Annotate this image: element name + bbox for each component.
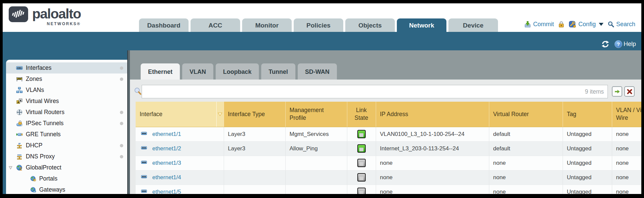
column-header-virtual-router[interactable]: Virtual Router	[489, 102, 563, 127]
help-button[interactable]: ? Help	[615, 40, 636, 48]
sidebar-item-label: IPSec Tunnels	[26, 120, 64, 127]
tab-policies[interactable]: Policies	[294, 18, 343, 32]
commit-icon	[524, 21, 531, 28]
column-header-interface[interactable]: Interface	[136, 102, 216, 127]
lock-icon	[558, 21, 564, 28]
table-row: ethernet1/4 none none Untagged none	[136, 170, 641, 185]
sidebar-item-dns-proxy[interactable]: DNS DNS Proxy	[6, 151, 127, 162]
management-profile-cell	[285, 185, 347, 194]
sidebar-item-dhcp[interactable]: IP DHCP	[6, 140, 127, 151]
interfaces-table: Interface Interface Type Management Prof…	[136, 102, 641, 194]
sidebar-item-virtual-wires[interactable]: Virtual Wires	[6, 96, 127, 107]
link-state-icon[interactable]	[357, 173, 366, 182]
link-state-icon[interactable]	[357, 159, 366, 167]
clear-filter-button[interactable]	[624, 86, 635, 97]
tab-dashboard[interactable]: Dashboard	[139, 18, 189, 32]
svg-text:IP: IP	[18, 143, 21, 145]
interface-link[interactable]: ethernet1/5	[152, 189, 181, 194]
chevron-down-icon	[599, 23, 603, 26]
sidebar-item-vlans[interactable]: VLANs	[6, 85, 127, 96]
interface-link[interactable]: ethernet1/1	[152, 131, 181, 137]
interface-link[interactable]: ethernet1/2	[152, 145, 181, 152]
column-header-tag[interactable]: Tag	[563, 102, 612, 127]
top-header: paloalto NETWORKS® Dashboard ACC Monitor…	[3, 3, 641, 32]
sort-triangle-icon	[218, 112, 222, 116]
paloalto-logo: paloalto NETWORKS®	[9, 6, 81, 26]
sidebar-item-label: GRE Tunnels	[26, 131, 61, 138]
tag-cell: Untagged	[563, 127, 612, 141]
brand-name: paloalto	[32, 6, 81, 21]
sidebar-item-interfaces[interactable]: Interfaces	[6, 62, 127, 73]
ethernet-port-icon	[140, 145, 148, 152]
tab-vlan[interactable]: VLAN	[182, 63, 213, 80]
help-label: Help	[624, 41, 636, 48]
tab-monitor[interactable]: Monitor	[242, 18, 292, 32]
sidebar-dot	[120, 111, 123, 114]
management-profile-cell: Allow_Ping	[285, 141, 347, 156]
link-state-icon[interactable]	[357, 130, 366, 138]
management-profile-cell: Mgmt_Services	[285, 127, 347, 141]
sidebar-item-portals[interactable]: Portals	[6, 173, 127, 184]
column-header-interface-type[interactable]: Interface Type	[224, 102, 285, 127]
management-profile-cell	[285, 156, 347, 170]
ethernet-port-icon	[140, 174, 148, 181]
column-header-link-state[interactable]: Link State	[347, 102, 376, 127]
green-arrow-icon	[614, 89, 620, 95]
search-button[interactable]: Search	[608, 21, 635, 28]
vlans-icon	[16, 87, 23, 93]
lock-button[interactable]	[558, 21, 564, 28]
tab-loopback[interactable]: Loopback	[216, 63, 259, 80]
brand-sub: NETWORKS®	[47, 21, 81, 26]
column-sort-button[interactable]	[216, 102, 224, 127]
management-profile-cell	[285, 170, 347, 185]
column-header-management-profile[interactable]: Management Profile	[285, 102, 347, 127]
expander-icon[interactable]	[9, 166, 12, 169]
tab-acc[interactable]: ACC	[191, 18, 240, 32]
sidebar-item-gre-tunnels[interactable]: GRE Tunnels	[6, 129, 127, 140]
sidebar-item-zones[interactable]: Zones	[6, 73, 127, 85]
link-state-icon[interactable]	[357, 144, 366, 153]
tab-objects[interactable]: Objects	[345, 18, 395, 32]
ip-address-cell: none	[376, 156, 489, 170]
tab-ethernet[interactable]: Ethernet	[141, 63, 180, 80]
sidebar-dot	[120, 144, 123, 147]
sidebar-item-globalprotect[interactable]: GlobalProtect	[6, 162, 127, 173]
interface-link[interactable]: ethernet1/3	[152, 160, 181, 166]
tab-tunnel[interactable]: Tunnel	[261, 63, 295, 80]
tab-sdwan[interactable]: SD-WAN	[298, 63, 337, 80]
interface-type-cell	[224, 156, 285, 170]
commit-button[interactable]: Commit	[524, 21, 554, 28]
ip-address-cell: VLAN0100_L3_10-1-100-254--24	[376, 127, 489, 141]
sidebar-dot	[120, 122, 123, 125]
config-menu-button[interactable]: Config	[569, 20, 603, 28]
virtual-router-cell: none	[489, 156, 563, 170]
sidebar-item-label: Interfaces	[26, 64, 52, 71]
column-header-ip-address[interactable]: IP Address	[376, 102, 489, 127]
vlan-virtual-wire-cell: none	[612, 185, 641, 194]
tab-network[interactable]: Network	[397, 18, 446, 32]
paloalto-logo-icon	[9, 6, 28, 22]
apply-filter-button[interactable]	[612, 86, 622, 97]
link-state-icon[interactable]	[357, 188, 366, 194]
interface-link[interactable]: ethernet1/4	[152, 174, 181, 181]
sidebar-dot	[120, 155, 123, 158]
virtual-wires-icon	[16, 98, 23, 104]
ipsec-tunnels-icon	[16, 120, 23, 127]
sidebar-item-virtual-routers[interactable]: Virtual Routers	[6, 107, 127, 118]
table-header-row: Interface Interface Type Management Prof…	[136, 102, 641, 127]
sidebar-item-label: Gateways	[39, 186, 65, 193]
sidebar-splitter[interactable]	[127, 50, 130, 194]
virtual-router-cell: none	[489, 185, 563, 194]
sidebar-dot	[120, 66, 123, 70]
sidebar-item-gateways[interactable]: Gateways	[6, 184, 127, 194]
tag-cell: Untagged	[563, 141, 612, 156]
sidebar-item-label: GlobalProtect	[26, 164, 61, 171]
tab-device[interactable]: Device	[448, 18, 498, 32]
ethernet-port-icon	[140, 159, 148, 167]
filter-input[interactable]	[142, 85, 608, 98]
table-row: ethernet1/5 none none Untagged none	[136, 185, 641, 194]
refresh-icon[interactable]	[601, 40, 610, 48]
interface-type-cell	[224, 170, 285, 185]
sidebar-item-ipsec-tunnels[interactable]: IPSec Tunnels	[6, 118, 127, 129]
column-header-vlan-virtual-wire[interactable]: VLAN / Virtual Wire	[612, 102, 641, 127]
